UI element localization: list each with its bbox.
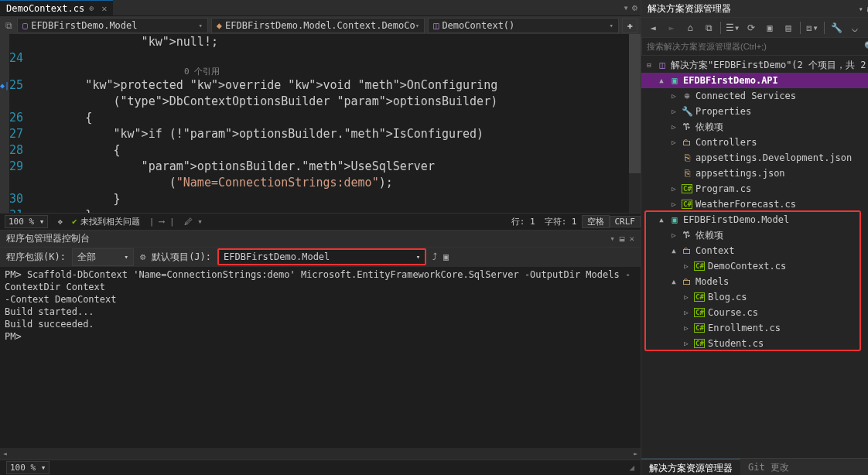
- breakpoint-marker[interactable]: ◆|: [0, 77, 9, 94]
- tree-item[interactable]: ▷ᎏ依赖项: [641, 227, 868, 243]
- properties-icon[interactable]: 🔧: [829, 22, 843, 33]
- package-source-dropdown[interactable]: 全部▾: [72, 248, 134, 266]
- vertical-scrollbar[interactable]: [629, 34, 641, 213]
- solution-explorer-search[interactable]: 🔍▾: [641, 37, 868, 56]
- code-line[interactable]: {: [29, 110, 641, 126]
- nav-namespace-dropdown[interactable]: ▢EFDBFirstDemo.Model ▾: [17, 18, 208, 33]
- expander-icon[interactable]: ▷: [682, 309, 691, 316]
- nav-back-icon[interactable]: ⧉: [3, 20, 14, 31]
- expander-icon[interactable]: ▷: [682, 262, 691, 270]
- no-issues-label[interactable]: ✔未找到相关问题: [67, 216, 145, 227]
- tree-item[interactable]: ▷🗀Controllers: [641, 135, 868, 150]
- solution-node[interactable]: ⊟ ◫ 解决方案"EFDBFirstDemo"(2 个项目，共 2 个): [641, 57, 868, 73]
- expander-icon[interactable]: ▷: [669, 92, 678, 100]
- tree-item[interactable]: ▷C#Program.cs: [641, 181, 868, 196]
- gear-icon[interactable]: ⚙: [632, 2, 637, 13]
- code-line[interactable]: }: [29, 207, 641, 213]
- zoom-dropdown[interactable]: 100 % ▾: [5, 215, 48, 228]
- preview-icon[interactable]: ◡: [848, 22, 862, 33]
- back-icon[interactable]: ◄: [646, 22, 660, 33]
- expander-icon[interactable]: ▷: [669, 200, 678, 208]
- tree-item[interactable]: ▷⊕Connected Services: [641, 88, 868, 104]
- tree-item[interactable]: ▲🗀Context: [641, 243, 868, 258]
- tab-git-changes[interactable]: Git 更改: [740, 459, 797, 475]
- tree-item[interactable]: ▷C#Course.cs: [641, 305, 868, 320]
- tree-item[interactable]: ▲🗀Models: [641, 274, 868, 289]
- code-editor[interactable]: ◆|◆| 24252627282930313233 "kw">null!;0 个…: [0, 34, 641, 213]
- pin-icon[interactable]: ⊕: [89, 4, 94, 12]
- expander-icon[interactable]: ▷: [669, 138, 678, 146]
- close-icon[interactable]: ✕: [101, 3, 107, 14]
- breakpoint-margin[interactable]: ◆|◆|: [0, 34, 9, 213]
- code-line[interactable]: ("type">DbContextOptionsBuilder "param">…: [29, 94, 641, 110]
- code-line[interactable]: }: [29, 191, 641, 207]
- nav-split-icon[interactable]: ✚: [622, 18, 637, 33]
- expander-icon[interactable]: ▲: [657, 77, 666, 84]
- tree-item[interactable]: ▷🔧Properties: [641, 104, 868, 119]
- sync-icon[interactable]: ⟳: [744, 22, 758, 33]
- code-line[interactable]: "kw">protected "kw">override "kw">void "…: [29, 77, 641, 94]
- expander-icon[interactable]: ▷: [682, 293, 691, 301]
- tree-item[interactable]: ⎘appsettings.json: [641, 166, 868, 181]
- expander-icon[interactable]: ▷: [669, 231, 678, 239]
- horizontal-scrollbar[interactable]: [0, 448, 641, 460]
- solution-tree[interactable]: ⊟ ◫ 解决方案"EFDBFirstDemo"(2 个项目，共 2 个) ▲▣E…: [641, 56, 868, 458]
- scrollbar-thumb[interactable]: [629, 34, 641, 173]
- expander-icon[interactable]: ▷: [669, 185, 678, 193]
- search-icon[interactable]: 🔍▾: [864, 41, 868, 52]
- code-line[interactable]: ("Name=ConnectionStrings:demo");: [29, 175, 641, 191]
- expander-icon[interactable]: ▲: [657, 216, 666, 224]
- nav-member-dropdown[interactable]: ◫DemoContext() ▾: [428, 18, 619, 33]
- collapse-icon[interactable]: ▣: [763, 22, 777, 33]
- dropdown-icon[interactable]: ▾: [624, 2, 629, 13]
- close-icon[interactable]: ✕: [629, 234, 634, 244]
- code-line[interactable]: "param">optionsBuilder."meth">UseSqlServ…: [29, 159, 641, 175]
- switch-views-icon[interactable]: ⧉: [702, 22, 716, 33]
- expander-icon[interactable]: ▷: [669, 123, 678, 131]
- expander-icon[interactable]: ⊟: [644, 61, 654, 69]
- reference-count[interactable]: 0 个引用: [29, 67, 641, 77]
- show-all-icon[interactable]: ▤: [781, 22, 795, 33]
- code-line[interactable]: "kw">if (!"param">optionsBuilder."meth">…: [29, 126, 641, 142]
- search-input[interactable]: [647, 42, 864, 51]
- resize-grip-icon[interactable]: ◢: [629, 463, 634, 473]
- tree-item[interactable]: ▷C#WeatherForecast.cs: [641, 196, 868, 212]
- default-project-dropdown[interactable]: EFDBFirstDemo.Model▾: [217, 248, 426, 265]
- tree-item[interactable]: ▷ᎏ依赖项: [641, 119, 868, 135]
- expander-icon[interactable]: ▲: [669, 278, 678, 285]
- code-line[interactable]: {: [29, 142, 641, 159]
- indent-icon[interactable]: | ⟶ |: [145, 217, 179, 227]
- expander-icon[interactable]: ▷: [682, 340, 691, 347]
- code-content[interactable]: "kw">null!;0 个引用 "kw">protected "kw">ove…: [29, 34, 641, 213]
- pin-icon[interactable]: ⬓: [620, 234, 625, 244]
- tab-solution-explorer[interactable]: 解决方案资源管理器: [641, 459, 740, 475]
- tree-item[interactable]: ▷C#Enrollment.cs: [641, 320, 868, 336]
- expander-icon[interactable]: ▷: [669, 108, 678, 115]
- console-zoom-dropdown[interactable]: 100 % ▾: [6, 461, 50, 474]
- indent-mode[interactable]: 空格: [582, 215, 610, 228]
- gear-icon[interactable]: ⚙: [140, 251, 145, 262]
- tree-item[interactable]: ▷C#Student.cs: [641, 336, 868, 351]
- tree-item[interactable]: ▲▣EFDBFirstDemo.Model: [641, 212, 868, 227]
- dropdown-icon[interactable]: ▾: [610, 234, 615, 244]
- dropdown-icon[interactable]: ▾: [859, 5, 863, 13]
- home-icon[interactable]: ⌂: [683, 22, 697, 33]
- view-icon[interactable]: ⧈▾: [805, 22, 819, 33]
- stop-icon[interactable]: ▣: [443, 251, 449, 262]
- lightbulb-icon[interactable]: 🖉 ▾: [179, 217, 207, 227]
- filter-icon[interactable]: ☰▾: [726, 22, 740, 33]
- file-tab[interactable]: DemoContext.cs ⊕ ✕: [0, 0, 113, 15]
- code-line[interactable]: [29, 50, 641, 67]
- error-indicator[interactable]: ❖: [53, 217, 67, 227]
- expander-icon[interactable]: ▲: [669, 247, 678, 255]
- console-output[interactable]: PM> Scaffold-DbContext 'Name=ConnectionS…: [0, 267, 641, 449]
- tree-item[interactable]: ⎘appsettings.Development.json: [641, 150, 868, 166]
- line-ending[interactable]: CRLF: [610, 216, 641, 227]
- code-line[interactable]: "kw">null!;: [29, 34, 641, 50]
- tree-item[interactable]: ▷C#DemoContext.cs: [641, 258, 868, 274]
- tree-item[interactable]: ▲▣EFDBFirstDemo.API: [641, 73, 868, 88]
- refresh-icon[interactable]: ⤴: [432, 251, 437, 262]
- tree-item[interactable]: ▷C#Blog.cs: [641, 289, 868, 305]
- nav-class-dropdown[interactable]: ◆EFDBFirstDemo.Model.Context.DemoCo ▾: [211, 18, 425, 33]
- expander-icon[interactable]: ▷: [682, 324, 691, 332]
